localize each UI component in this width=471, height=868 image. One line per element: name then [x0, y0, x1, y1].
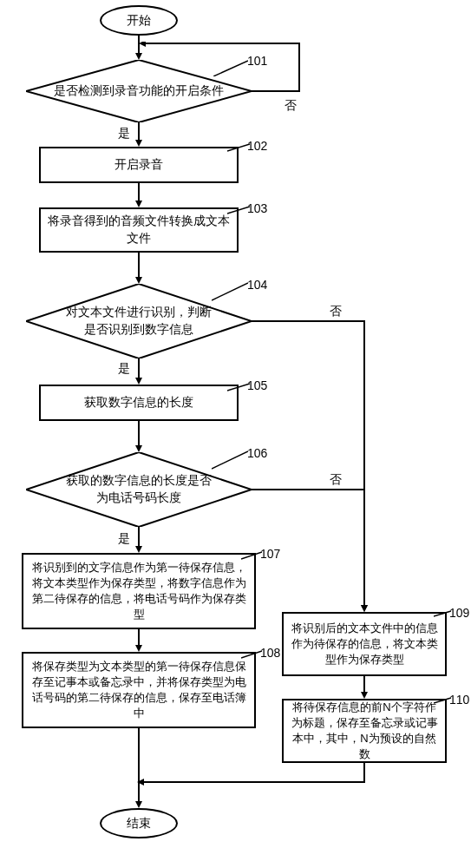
- step-number-103: 103: [247, 201, 267, 215]
- process-103-text: 将录音得到的音频文件转换成文本文件: [48, 213, 230, 247]
- num-pointer: [434, 609, 451, 618]
- end-terminal: 结束: [100, 808, 178, 838]
- svg-line-10: [227, 207, 250, 214]
- step-number-104: 104: [247, 278, 267, 292]
- svg-line-26: [241, 552, 262, 559]
- num-pointer: [227, 205, 250, 215]
- arrow: [134, 629, 143, 652]
- process-109: 将识别后的文本文件中的信息作为待保存的信息，将文本类型作为保存类型: [282, 612, 447, 676]
- svg-marker-20: [135, 445, 142, 452]
- start-terminal: 开始: [100, 5, 178, 36]
- num-pointer: [212, 450, 248, 470]
- svg-marker-35: [135, 801, 142, 808]
- num-pointer: [434, 696, 451, 705]
- arrow: [134, 183, 143, 207]
- start-text: 开始: [127, 13, 151, 29]
- step-number-102: 102: [247, 139, 267, 153]
- svg-line-22: [212, 451, 248, 469]
- process-108: 将保存类型为文本类型的第一待保存信息保存至记事本或备忘录中，并将保存类型为电话号…: [22, 652, 256, 728]
- decision-104-text: 对文本文件进行识别，判断是否识别到数字信息: [61, 304, 217, 338]
- process-107-text: 将识别到的文字信息作为第一待保存信息，将文本类型作为保存类型，将数字信息作为第二…: [30, 560, 247, 623]
- flowchart-canvas: 开始 是否检测到录音功能的开启条件 101 否 是 开启录音 1: [0, 0, 471, 868]
- no-label-104: 否: [330, 304, 342, 319]
- svg-line-14: [212, 283, 248, 300]
- process-108-text: 将保存类型为文本类型的第一待保存信息保存至记事本或备忘录中，并将保存类型为电话号…: [30, 659, 247, 722]
- step-number-110: 110: [449, 693, 469, 707]
- svg-marker-4: [139, 42, 146, 47]
- num-pointer: [212, 281, 248, 302]
- svg-line-33: [434, 698, 451, 703]
- svg-marker-32: [361, 692, 368, 699]
- decision-106-text: 获取的数字信息的长度是否为电话号码长度: [61, 472, 217, 506]
- arrow: [360, 676, 369, 699]
- end-text: 结束: [127, 816, 151, 832]
- arrow: [134, 122, 143, 147]
- num-pointer: [241, 550, 262, 561]
- svg-marker-17: [135, 378, 142, 385]
- process-110: 将待保存信息的前N个字符作为标题，保存至备忘录或记事本中，其中，N为预设的自然数: [282, 699, 447, 763]
- process-110-text: 将待保存信息的前N个字符作为标题，保存至备忘录或记事本中，其中，N为预设的自然数: [291, 700, 438, 763]
- step-number-107: 107: [260, 547, 280, 561]
- yes-label-104: 是: [118, 361, 130, 377]
- step-number-105: 105: [247, 378, 267, 392]
- process-109-text: 将识别后的文本文件中的信息作为待保存的信息，将文本类型作为保存类型: [291, 621, 438, 668]
- loop-no-101: [139, 42, 304, 94]
- num-pointer: [241, 649, 262, 660]
- process-103: 将录音得到的音频文件转换成文本文件: [39, 207, 239, 253]
- svg-line-7: [227, 144, 250, 151]
- process-102-text: 开启录音: [114, 156, 163, 174]
- step-number-109: 109: [449, 606, 469, 620]
- svg-line-29: [241, 651, 262, 658]
- step-number-108: 108: [260, 646, 280, 660]
- svg-marker-12: [135, 277, 142, 284]
- process-107: 将识别到的文字信息作为第一待保存信息，将文本类型作为保存类型，将数字信息作为第二…: [22, 553, 256, 629]
- num-pointer: [227, 142, 250, 153]
- svg-line-18: [227, 384, 250, 391]
- arrow: [134, 253, 143, 284]
- arrow: [134, 421, 143, 452]
- svg-marker-23: [361, 605, 368, 612]
- yes-label-106: 是: [118, 531, 130, 547]
- step-number-106: 106: [247, 446, 267, 460]
- process-105: 获取数字信息的长度: [39, 385, 239, 421]
- arrow: [134, 358, 143, 385]
- no-label-106: 否: [330, 472, 342, 488]
- num-pointer: [227, 382, 250, 392]
- no-label-101: 否: [285, 98, 297, 114]
- arrow-110-merge: [137, 763, 371, 789]
- svg-marker-6: [135, 140, 142, 147]
- svg-marker-28: [135, 645, 142, 652]
- arrow: [134, 527, 143, 553]
- svg-marker-25: [135, 546, 142, 553]
- svg-line-30: [434, 611, 451, 616]
- process-105-text: 获取数字信息的长度: [84, 394, 193, 411]
- svg-marker-9: [135, 201, 142, 207]
- yes-label-101: 是: [118, 126, 130, 141]
- svg-marker-36: [137, 779, 144, 786]
- process-102: 开启录音: [39, 147, 239, 183]
